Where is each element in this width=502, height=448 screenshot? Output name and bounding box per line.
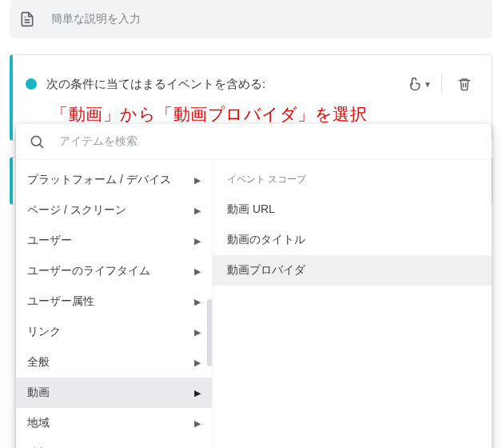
items-list-item[interactable]: 動画 URL	[213, 194, 492, 225]
category-item[interactable]: ページ / スクリーン▶	[16, 195, 212, 226]
category-label: ユーザー属性	[27, 294, 94, 309]
category-label: 地域	[27, 416, 50, 430]
description-icon	[19, 11, 35, 27]
category-item[interactable]: ユーザーのライフタイム▶	[16, 256, 212, 286]
condition-title: 次の条件に当てはまるイベントを含める:	[46, 77, 404, 92]
chevron-right-icon: ▶	[194, 388, 201, 398]
scrollbar[interactable]	[207, 299, 212, 366]
search-input[interactable]: アイテムを検索	[16, 124, 492, 160]
items-list-item[interactable]: 動画プロバイダ	[213, 255, 492, 286]
chevron-right-icon: ▶	[194, 206, 201, 216]
chevron-down-icon: ▼	[424, 80, 432, 89]
action-separator	[441, 74, 442, 94]
selection-popup: アイテムを検索 プラットフォーム / デバイス▶ページ / スクリーン▶ユーザー…	[16, 124, 492, 448]
category-item[interactable]: リンク▶	[16, 317, 212, 347]
description-input-bar[interactable]: 簡単な説明を入力	[10, 0, 492, 38]
delete-button[interactable]	[450, 70, 479, 98]
description-placeholder: 簡単な説明を入力	[51, 12, 141, 26]
touch-action-button[interactable]: ▼	[404, 70, 433, 98]
category-label: プラットフォーム / デバイス	[27, 173, 171, 187]
condition-bullet-icon	[26, 78, 37, 90]
category-label: 動画	[27, 386, 50, 400]
chevron-right-icon: ▶	[194, 418, 201, 429]
annotation-text: 「動画」から「動画プロバイダ」を選択	[51, 103, 479, 126]
chevron-right-icon: ▶	[194, 236, 201, 246]
category-item[interactable]: 全般▶	[16, 347, 212, 378]
category-item[interactable]: プラットフォーム / デバイス▶	[16, 165, 212, 195]
category-item[interactable]: ユーザー▶	[16, 226, 212, 256]
chevron-right-icon: ▶	[194, 327, 201, 338]
category-label: ユーザーのライフタイム	[27, 264, 150, 278]
category-item[interactable]: 地域▶	[16, 408, 212, 438]
search-icon	[29, 134, 45, 150]
category-column: プラットフォーム / デバイス▶ページ / スクリーン▶ユーザー▶ユーザーのライ…	[16, 160, 213, 448]
svg-point-0	[31, 136, 41, 146]
chevron-right-icon: ▶	[194, 297, 201, 307]
scope-label: イベント スコープ	[213, 165, 492, 194]
category-label: リンク	[27, 325, 61, 339]
chevron-right-icon: ▶	[194, 358, 201, 368]
items-column: イベント スコープ 動画 URL動画のタイトル動画プロバイダ	[213, 160, 492, 448]
chevron-right-icon: ▶	[194, 175, 201, 186]
category-item[interactable]: 動画▶	[16, 378, 212, 408]
condition-header: 次の条件に当てはまるイベントを含める: ▼	[26, 70, 479, 98]
category-label: 全般	[27, 355, 50, 370]
category-item[interactable]: ユーザー属性▶	[16, 286, 212, 317]
search-placeholder: アイテムを検索	[59, 134, 137, 149]
items-list-item[interactable]: 動画のタイトル	[213, 225, 492, 255]
category-label: ページ / スクリーン	[27, 203, 126, 218]
category-item[interactable]: 時刻▶	[16, 438, 212, 448]
popup-columns: プラットフォーム / デバイス▶ページ / スクリーン▶ユーザー▶ユーザーのライ…	[16, 160, 492, 448]
chevron-right-icon: ▶	[194, 266, 201, 277]
category-label: ユーザー	[27, 234, 72, 248]
condition-actions: ▼	[404, 70, 479, 98]
